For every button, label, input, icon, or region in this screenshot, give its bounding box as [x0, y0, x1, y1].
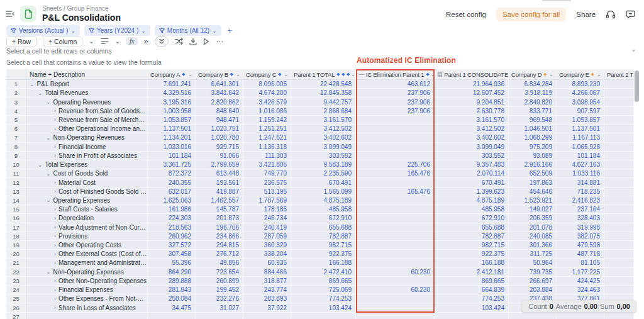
- cell-companyC[interactable]: 1.159.242: [243, 116, 291, 125]
- cell-companyE[interactable]: 4.627.163: [557, 160, 604, 169]
- cell-parent1Total[interactable]: 103.424: [291, 303, 356, 312]
- collapse-row-icon[interactable]: ⌄: [46, 171, 51, 177]
- collapse-row-icon[interactable]: ⌄: [46, 269, 51, 275]
- cell-companyE[interactable]: 1.053.857: [557, 116, 604, 125]
- cell-companyE[interactable]: 101.184: [557, 152, 604, 160]
- expand-row-icon[interactable]: ›: [54, 179, 56, 186]
- cell-companyA[interactable]: 1.137.501: [148, 125, 196, 133]
- cell-companyD[interactable]: 1.068.299: [509, 133, 557, 142]
- row-number[interactable]: 14: [6, 196, 26, 205]
- cell-companyE[interactable]: 237.164: [557, 205, 604, 214]
- cell-companyD[interactable]: 266.697: [509, 277, 557, 286]
- cell-companyB[interactable]: 145.787: [196, 205, 243, 214]
- name-cell[interactable]: ›Other Expenses - From Not-Ordinary ...: [26, 294, 148, 303]
- cell-companyA[interactable]: 327.572: [148, 241, 196, 250]
- comments-icon[interactable]: [626, 10, 635, 19]
- cell-parent1Consolidated[interactable]: 2.070.114: [435, 169, 509, 178]
- name-cell[interactable]: ›Material Cost: [26, 178, 148, 187]
- name-cell[interactable]: ›Other External Costs (Cost of Services): [26, 250, 148, 259]
- cell-companyE[interactable]: 718.235: [557, 187, 604, 196]
- row-number[interactable]: 24: [6, 286, 26, 294]
- cell-companyA[interactable]: 3.195.316: [148, 98, 196, 106]
- cell-parent2Total[interactable]: [604, 313, 634, 319]
- expand-row-icon[interactable]: ›: [54, 224, 56, 230]
- cell-parent1Total[interactable]: 1.565.099: [291, 187, 356, 196]
- cell-companyE[interactable]: 382.075: [557, 232, 604, 241]
- cell-companyB[interactable]: 613.448: [196, 169, 243, 178]
- cell-companyA[interactable]: [148, 313, 196, 319]
- breadcrumb[interactable]: Sheets / Group Finance: [42, 5, 121, 13]
- cell-parent2Total[interactable]: [604, 259, 634, 267]
- cell-companyC[interactable]: 240.419: [243, 223, 291, 232]
- cell-icEliminationParent1[interactable]: [356, 205, 435, 214]
- collapse-panel-icon[interactable]: ⌄: [631, 45, 636, 53]
- cell-parent2Total[interactable]: [604, 160, 634, 169]
- cell-companyA[interactable]: 258.084: [148, 294, 196, 303]
- cell-parent1Total[interactable]: 3.161.570: [291, 116, 356, 125]
- row-number[interactable]: 13: [6, 187, 26, 196]
- cell-companyA[interactable]: 55.396: [148, 259, 196, 267]
- cell-parent2Total[interactable]: [604, 143, 634, 152]
- cell-companyB[interactable]: 3.841.642: [196, 89, 243, 98]
- cell-parent2Total[interactable]: [604, 214, 634, 223]
- cell-parent1Total[interactable]: 3.402.602: [291, 133, 356, 142]
- cell-companyA[interactable]: 4.329.516: [148, 89, 196, 98]
- column-header-companyD[interactable]: Company D◆⌄: [509, 69, 557, 80]
- name-cell[interactable]: ⌄Total Revenues: [26, 89, 148, 98]
- cell-companyB[interactable]: 49.856: [196, 259, 243, 267]
- column-header-companyB[interactable]: Company B◆⌄: [196, 69, 243, 80]
- cell-companyD[interactable]: 975.209: [509, 143, 557, 152]
- name-cell[interactable]: ›Share in Profit of Associates: [26, 152, 148, 160]
- cell-icEliminationParent1[interactable]: [356, 313, 435, 319]
- cell-companyD[interactable]: 454.646: [509, 187, 557, 196]
- cell-icEliminationParent1[interactable]: [356, 143, 435, 152]
- cell-companyE[interactable]: 424.425: [557, 277, 604, 286]
- cell-parent2Total[interactable]: [604, 107, 634, 116]
- expand-row-icon[interactable]: ›: [54, 242, 56, 249]
- cell-companyA[interactable]: 240.355: [148, 178, 196, 187]
- collapse-row-icon[interactable]: ⌄: [46, 135, 51, 141]
- row-number[interactable]: 9: [6, 152, 26, 160]
- expand-row-icon[interactable]: ›: [54, 206, 56, 213]
- row-number[interactable]: 25: [6, 294, 26, 303]
- cell-icEliminationParent1[interactable]: [356, 116, 435, 125]
- cell-companyE[interactable]: 1.033.116: [557, 169, 604, 178]
- row-number[interactable]: 2: [6, 89, 26, 98]
- cell-companyC[interactable]: 37.922: [243, 303, 291, 312]
- cell-companyD[interactable]: 50.964: [509, 259, 557, 267]
- cell-companyC[interactable]: 283.893: [243, 294, 291, 303]
- cell-companyA[interactable]: 1.033.016: [148, 143, 196, 152]
- cell-parent1Total[interactable]: 2.235.590: [291, 169, 356, 178]
- filter-pill-months[interactable]: Months (All 12) ⌄: [155, 25, 221, 36]
- expand-row-icon[interactable]: ›: [54, 126, 56, 132]
- cell-parent1Consolidated[interactable]: 4.875.189: [435, 196, 509, 205]
- cell-companyB[interactable]: 419.887: [196, 187, 243, 196]
- row-number[interactable]: 6: [6, 125, 26, 133]
- cell-parent1Consolidated[interactable]: 672.910: [435, 214, 509, 223]
- cell-companyD[interactable]: 833.771: [509, 107, 557, 116]
- row-number[interactable]: 20: [6, 250, 26, 259]
- cell-companyA[interactable]: 289.888: [148, 277, 196, 286]
- cell-companyC[interactable]: 4.674.200: [243, 89, 291, 98]
- cell-companyA[interactable]: 307.458: [148, 250, 196, 259]
- cell-parent1Consolidated[interactable]: 3.402.602: [435, 133, 509, 142]
- column-header-companyC[interactable]: Company C◆⌄: [243, 69, 291, 80]
- name-column-header[interactable]: Name + Description: [26, 69, 148, 80]
- cell-companyA[interactable]: 161.986: [148, 205, 196, 214]
- cell-companyB[interactable]: 91.066: [196, 152, 243, 160]
- name-cell[interactable]: ›Other Non-Operating Expenses: [26, 277, 148, 286]
- cell-parent2Total[interactable]: [604, 277, 634, 286]
- cell-parent1Total[interactable]: 303.552: [291, 152, 356, 160]
- cell-companyE[interactable]: 8.893.230: [557, 80, 604, 89]
- cell-parent1Total[interactable]: 3.412.502: [291, 125, 356, 133]
- row-number[interactable]: 26: [6, 303, 26, 312]
- cell-companyA[interactable]: 864.290: [148, 268, 196, 277]
- expand-row-icon[interactable]: ›: [54, 260, 56, 266]
- cell-companyB[interactable]: 196.706: [196, 223, 243, 232]
- cell-parent1Consolidated[interactable]: 982.715: [435, 241, 509, 250]
- support-headset-icon[interactable]: [606, 10, 616, 19]
- row-number[interactable]: 5: [6, 116, 26, 125]
- cell-icEliminationParent1[interactable]: [356, 232, 435, 241]
- cell-icEliminationParent1[interactable]: [356, 125, 435, 133]
- run-icon[interactable]: [203, 38, 209, 45]
